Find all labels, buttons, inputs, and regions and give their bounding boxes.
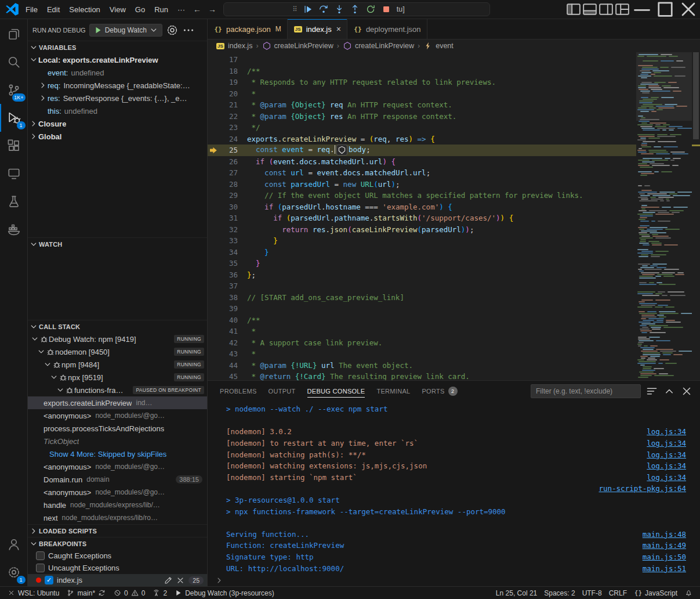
menu-view[interactable]: View: [105, 3, 130, 16]
variable-row[interactable]: req:IncomingMessage {_readableState:…: [28, 79, 207, 92]
panel-tab-debug-console[interactable]: DEBUG CONSOLE: [302, 381, 371, 401]
source-link[interactable]: log.js:34: [635, 461, 686, 470]
section-header-breakpoints[interactable]: BREAKPOINTS: [28, 537, 207, 550]
source-link[interactable]: log.js:34: [635, 439, 686, 448]
more-icon[interactable]: [182, 24, 195, 37]
layout-secondary-icon[interactable]: [598, 1, 614, 17]
console-row[interactable]: > npx functions-framework --target=creat…: [208, 506, 700, 517]
code-line[interactable]: 35 }: [208, 258, 636, 269]
variable-row[interactable]: event:undefined: [28, 66, 207, 79]
encoding[interactable]: UTF-8: [579, 587, 605, 599]
step-over-button[interactable]: [318, 4, 329, 15]
gear-icon[interactable]: [166, 24, 179, 37]
code-line[interactable]: 32 return res.json(caseLinkPreview(parse…: [208, 224, 636, 236]
debug-status[interactable]: Debug Watch (3p-resources): [171, 587, 278, 599]
code-line[interactable]: 40/**: [208, 315, 636, 326]
console-filter-input[interactable]: [531, 384, 641, 398]
source-link[interactable]: main.js:51: [631, 564, 686, 573]
section-header-watch[interactable]: WATCH: [28, 237, 207, 250]
breakpoint-option[interactable]: Caught Exceptions: [28, 550, 207, 562]
code-line[interactable]: 42 * A support case link preview.: [208, 337, 636, 349]
callstack-session[interactable]: nodemon [9450]RUNNING: [28, 345, 207, 358]
checkbox[interactable]: [36, 551, 45, 560]
variable-row[interactable]: this:undefined: [28, 104, 207, 117]
menu-overflow[interactable]: ···: [173, 3, 190, 16]
source-link[interactable]: main.js:50: [631, 553, 686, 561]
tab-deployment-json[interactable]: {}deployment.json: [347, 19, 427, 39]
stop-button[interactable]: [381, 4, 391, 15]
console-row[interactable]: Serving function...main.js:48: [208, 529, 700, 540]
console-row[interactable]: [nodemon] starting `npm start`log.js:34: [208, 472, 700, 483]
activitybar-item-testing[interactable]: [0, 187, 28, 215]
section-header-call-stack[interactable]: CALL STACK: [28, 320, 207, 333]
breadcrumb[interactable]: JSindex.js›createLinkPreview›createLinkP…: [208, 39, 700, 52]
callstack-session[interactable]: npx [9519]RUNNING: [28, 371, 207, 384]
callstack-frame[interactable]: Domain.rundomain388:15: [28, 473, 207, 486]
source-link[interactable]: log.js:34: [635, 450, 686, 459]
activitybar-item-search[interactable]: [0, 48, 28, 76]
debug-console-output[interactable]: > nodemon --watch ./ --exec npm start[no…: [208, 401, 700, 575]
activitybar-item-remote-explorer[interactable]: [0, 160, 28, 187]
menu-file[interactable]: File: [21, 3, 42, 16]
code-line[interactable]: 23 */: [208, 122, 636, 133]
section-header-loaded-scripts[interactable]: LOADED SCRIPTS: [28, 524, 207, 537]
menu-selection[interactable]: Selection: [64, 3, 104, 16]
console-row[interactable]: > 3p-resources@1.0.0 start: [208, 495, 700, 506]
tab-index-js[interactable]: JSindex.js×: [288, 19, 347, 39]
code-line[interactable]: 45 * @return {!Card} The resulting previ…: [208, 371, 636, 380]
notifications[interactable]: [681, 587, 697, 599]
scrollbar-thumb[interactable]: [693, 52, 699, 139]
eol[interactable]: CRLF: [605, 587, 630, 599]
code-line[interactable]: 20 *: [208, 88, 636, 100]
source-link[interactable]: run-script-pkg.js:64: [587, 484, 686, 493]
panel-tab-output[interactable]: OUTPUT: [263, 381, 301, 401]
source-link[interactable]: log.js:34: [635, 473, 686, 482]
code-line[interactable]: 21 * @param {Object} req An HTTP request…: [208, 99, 636, 111]
activitybar-item-accounts[interactable]: [0, 531, 28, 558]
maximize-button[interactable]: [654, 0, 677, 19]
code-line[interactable]: 27 const url = event.docs.matchedUrl.url…: [208, 167, 636, 179]
code-line[interactable]: 41 *: [208, 326, 636, 337]
debug-console-input[interactable]: [208, 575, 700, 586]
tab-package-json[interactable]: {}package.jsonM: [208, 19, 288, 39]
activitybar-item-explorer[interactable]: [0, 20, 28, 48]
code-line[interactable]: 25 const event = req.body;: [208, 145, 636, 156]
panel-tab-ports[interactable]: PORTS2: [416, 381, 462, 401]
console-row[interactable]: [nodemon] watching extensions: js,mjs,cj…: [208, 460, 700, 472]
continue-button[interactable]: [303, 4, 313, 15]
breadcrumb-item[interactable]: JSindex.js: [216, 41, 252, 50]
callstack-frame[interactable]: <anonymous>node_modules/@go…: [28, 486, 207, 499]
console-row[interactable]: run-script-pkg.js:64: [208, 483, 700, 495]
code-editor[interactable]: 1718/**19 * Responds to any HTTP request…: [208, 52, 700, 380]
code-line[interactable]: 38// [START add_ons_case_preview_link]: [208, 292, 636, 304]
code-line[interactable]: 33 }: [208, 235, 636, 247]
activitybar-item-run-and-debug[interactable]: 1: [0, 104, 28, 132]
language-mode[interactable]: {}JavaScript: [630, 587, 681, 599]
menu-edit[interactable]: Edit: [42, 3, 64, 16]
git-branch[interactable]: main*: [63, 587, 110, 599]
callstack-frame[interactable]: TickObject: [28, 435, 207, 448]
console-row[interactable]: [nodemon] 3.0.2log.js:34: [208, 426, 700, 438]
callstack-frame[interactable]: handlenode_modules/express/lib/…: [28, 499, 207, 511]
callstack-frame[interactable]: exports.createLinkPreviewind…: [28, 396, 207, 409]
callstack-session[interactable]: functions-fra…PAUSED ON BREAKPOINT: [28, 384, 207, 396]
close-panel-icon[interactable]: [680, 385, 693, 398]
console-row[interactable]: [208, 415, 700, 427]
code-line[interactable]: 29 // If the event object URL matches a …: [208, 190, 636, 201]
source-link[interactable]: log.js:34: [635, 427, 686, 436]
variable-row[interactable]: res:ServerResponse {_events: {…}, _e…: [28, 92, 207, 104]
restart-button[interactable]: [365, 4, 376, 15]
breadcrumb-item[interactable]: createLinkPreview: [343, 41, 414, 50]
callstack-frame[interactable]: <anonymous>node_modules/@go…: [28, 409, 207, 422]
code-line[interactable]: 22 * @param {Object} res An HTTP respons…: [208, 111, 636, 122]
checkbox[interactable]: ✓: [45, 576, 53, 584]
back-icon[interactable]: ←: [190, 5, 205, 14]
code-line[interactable]: 37: [208, 280, 636, 292]
code-line[interactable]: 19 * Responds to any HTTP request relate…: [208, 77, 636, 88]
close-icon[interactable]: ×: [336, 24, 341, 34]
editor-scrollbar[interactable]: [692, 52, 700, 380]
console-row[interactable]: [208, 517, 700, 529]
launch-config-dropdown[interactable]: Debug Watch: [89, 24, 162, 37]
callstack-session[interactable]: Debug Watch: npm [9419]RUNNING: [28, 333, 207, 345]
layout-customize-icon[interactable]: [614, 1, 630, 17]
